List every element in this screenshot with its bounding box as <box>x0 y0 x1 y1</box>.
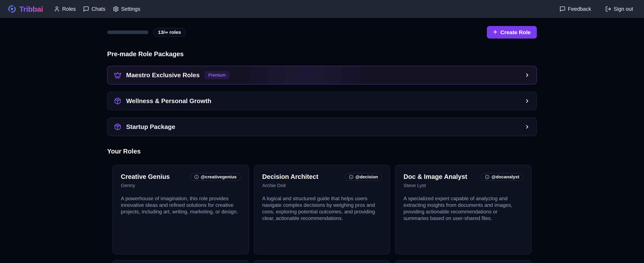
crown-icon <box>114 71 121 79</box>
brand[interactable]: Tribbai <box>8 5 43 13</box>
signout-button[interactable]: Sign out <box>605 6 633 12</box>
package-row-startup[interactable]: Startup Package <box>107 118 537 136</box>
navbar: Tribbai Roles Chats S <box>0 0 644 18</box>
role-handle: @docanalyst <box>491 174 519 180</box>
roles-count-badge: 13/∞ roles <box>153 28 186 37</box>
nav-links: Roles Chats Settings <box>54 6 140 12</box>
role-handle-badge[interactable]: @decision <box>345 173 382 181</box>
role-card-header: Creative Genius @creativegenius <box>121 173 240 181</box>
roles-progress-bar <box>107 30 148 34</box>
role-cards-grid: Creative Genius @creativegenius Genny A … <box>107 165 537 254</box>
package-row-title: Wellness & Personal Growth <box>126 97 211 105</box>
role-card-header: Doc & Image Analyst @docanalyst <box>404 173 523 181</box>
role-card-partial <box>254 260 390 263</box>
role-card-title: Creative Genius <box>121 173 170 180</box>
package-icon <box>114 97 121 105</box>
chat-icon <box>560 6 566 12</box>
package-row-title: Startup Package <box>126 123 175 130</box>
role-handle-badge[interactable]: @creativegenius <box>190 173 240 181</box>
section-title-your-roles: Your Roles <box>107 147 537 155</box>
nav-item-chats[interactable]: Chats <box>83 6 105 12</box>
package-row-maestro[interactable]: Maestro Exclusive Roles Premium <box>107 66 537 84</box>
package-row-wellness[interactable]: Wellness & Personal Growth <box>107 92 537 110</box>
gear-icon <box>113 6 119 12</box>
feedback-label: Feedback <box>568 6 591 12</box>
info-icon <box>349 175 353 179</box>
brand-name: Tribbai <box>19 5 43 13</box>
signout-label: Sign out <box>614 6 633 12</box>
chevron-right-icon <box>524 124 530 130</box>
section-title-premade: Pre-made Role Packages <box>107 50 537 58</box>
role-card-header: Decision Architect @decision <box>262 173 382 181</box>
info-icon <box>485 175 490 179</box>
role-card-subtitle: Genny <box>121 183 240 188</box>
role-card-title: Doc & Image Analyst <box>404 173 467 180</box>
chevron-right-icon <box>524 98 530 104</box>
create-role-label: Create Role <box>500 29 531 35</box>
chevron-right-icon <box>524 72 530 78</box>
role-card-description: A logical and structured guide that help… <box>262 195 382 222</box>
nav-item-label: Settings <box>121 6 140 12</box>
main-content: 13/∞ roles + Create Role Pre-made Role P… <box>107 26 537 263</box>
brand-logo-icon <box>8 5 16 13</box>
user-icon <box>54 6 60 12</box>
role-card-title: Decision Architect <box>262 173 318 180</box>
nav-item-roles[interactable]: Roles <box>54 6 76 12</box>
role-card-decision-architect[interactable]: Decision Architect @decision Archie Doit… <box>254 165 390 254</box>
role-card-subtitle: Archie Doit <box>262 183 382 188</box>
package-list: Maestro Exclusive Roles Premium Wellness… <box>107 66 537 136</box>
package-icon <box>114 123 121 131</box>
premium-badge: Premium <box>204 71 230 79</box>
roles-toolbar: 13/∞ roles + Create Role <box>107 26 537 39</box>
role-card-description: A powerhouse of imagination, this role p… <box>121 195 240 215</box>
nav-item-settings[interactable]: Settings <box>113 6 140 12</box>
nav-item-label: Chats <box>92 6 105 12</box>
chat-icon <box>83 6 89 12</box>
role-handle: @creativegenius <box>201 174 236 180</box>
info-icon <box>194 175 199 179</box>
role-card-partial <box>112 260 249 263</box>
nav-item-label: Roles <box>62 6 76 12</box>
logout-icon <box>605 6 612 12</box>
role-card-subtitle: Steve Lyst <box>404 183 523 188</box>
role-cards-grid-row2 <box>107 260 537 263</box>
role-handle-badge[interactable]: @docanalyst <box>481 173 523 181</box>
role-card-creative-genius[interactable]: Creative Genius @creativegenius Genny A … <box>112 165 249 254</box>
role-card-description: A specialized expert capable of analyzin… <box>404 195 523 222</box>
role-handle: @decision <box>355 174 378 180</box>
package-row-title: Maestro Exclusive Roles <box>126 72 200 79</box>
create-role-button[interactable]: + Create Role <box>487 26 537 38</box>
nav-actions: Feedback Sign out <box>560 6 633 12</box>
role-card-partial <box>395 260 532 263</box>
feedback-button[interactable]: Feedback <box>560 6 591 12</box>
role-card-doc-image-analyst[interactable]: Doc & Image Analyst @docanalyst Steve Ly… <box>395 165 532 254</box>
